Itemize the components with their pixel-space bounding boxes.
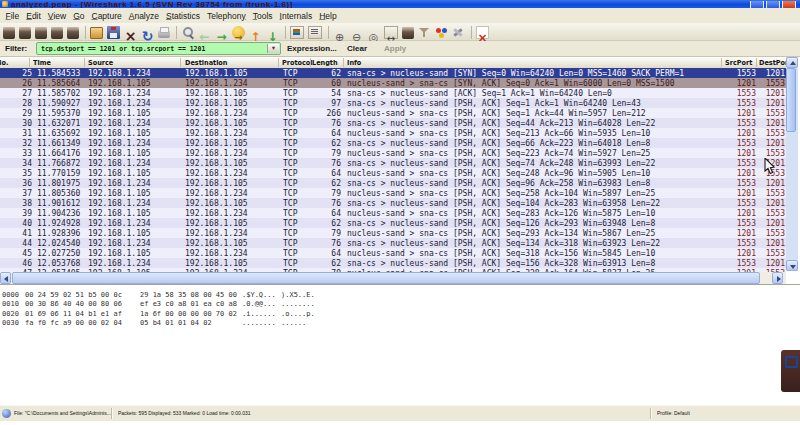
packet-row-38[interactable]: 3811.901612192.168.1.234192.168.1.105TCP…: [0, 198, 786, 208]
resize-columns-icon[interactable]: [384, 26, 398, 39]
expression-button[interactable]: Expression...: [287, 44, 337, 53]
go-top-icon[interactable]: [249, 26, 262, 39]
menu-go[interactable]: Go: [70, 11, 88, 20]
interfaces-icon[interactable]: [3, 27, 15, 39]
autoscroll-icon[interactable]: [308, 26, 322, 39]
zoom-100-icon[interactable]: [367, 26, 380, 39]
capture-start-icon[interactable]: [35, 27, 47, 39]
goto-icon[interactable]: [232, 26, 245, 39]
horizontal-scrollbar-thumb[interactable]: [12, 272, 760, 284]
vertical-scrollbar[interactable]: [786, 57, 798, 271]
filter-dropdown-arrow-icon[interactable]: [267, 44, 279, 53]
hex-line[interactable]: 000000 24 59 02 51 b5 00 0c29 1a 58 35 0…: [0, 290, 800, 299]
packet-row-25[interactable]: 2511.584533192.168.1.234192.168.1.105TCP…: [0, 68, 786, 78]
column-separator[interactable]: [756, 58, 757, 67]
apply-button[interactable]: Apply: [384, 44, 406, 53]
column-header-time[interactable]: Time: [33, 59, 51, 67]
packet-row-33[interactable]: 3311.664176192.168.1.105192.168.1.234TCP…: [0, 148, 786, 158]
colorize-icon[interactable]: [290, 26, 304, 39]
reload-icon[interactable]: [141, 26, 154, 39]
packet-row-45[interactable]: 4512.027250192.168.1.105192.168.1.234TCP…: [0, 248, 786, 258]
packet-row-39[interactable]: 3911.904236192.168.1.105192.168.1.234TCP…: [0, 208, 786, 218]
packet-row-30[interactable]: 3011.632071192.168.1.234192.168.1.105TCP…: [0, 118, 786, 128]
packet-row-44[interactable]: 4412.024540192.168.1.234192.168.1.105TCP…: [0, 238, 786, 248]
open-icon[interactable]: [90, 27, 103, 39]
scroll-left-arrow-icon[interactable]: [0, 272, 11, 284]
close-icon[interactable]: [124, 26, 137, 39]
capture-filters-icon[interactable]: [402, 27, 414, 39]
menu-help[interactable]: Help: [316, 11, 340, 20]
cell-proto: TCP: [283, 198, 297, 208]
column-header-destport[interactable]: DestPor: [759, 59, 786, 67]
packet-row-29[interactable]: 2911.595370192.168.1.105192.168.1.234TCP…: [0, 108, 786, 118]
menu-internals[interactable]: Internals: [276, 11, 316, 20]
column-separator[interactable]: [278, 58, 279, 67]
packet-row-41[interactable]: 4111.928396192.168.1.105192.168.1.234TCP…: [0, 228, 786, 238]
hex-line[interactable]: 002001 69 06 11 04 b1 e1 af1a 6f 00 00 0…: [0, 309, 800, 318]
filter-input[interactable]: tcp.dstport == 1201 or tcp.srcport == 12…: [36, 42, 281, 55]
forward-icon[interactable]: [215, 26, 228, 39]
minimize-button[interactable]: [750, 1, 764, 8]
packet-row-36[interactable]: 3611.801975192.168.1.234192.168.1.105TCP…: [0, 178, 786, 188]
back-icon[interactable]: [198, 26, 211, 39]
column-header-info[interactable]: Info: [347, 59, 361, 67]
vertical-scrollbar-thumb[interactable]: [786, 68, 796, 132]
packet-row-46[interactable]: 4612.053768192.168.1.234192.168.1.105TCP…: [0, 258, 786, 268]
clear-button[interactable]: Clear: [347, 44, 367, 53]
column-header-no[interactable]: No.: [0, 59, 8, 67]
close-button[interactable]: [782, 1, 796, 8]
column-separator[interactable]: [180, 58, 181, 67]
column-separator[interactable]: [29, 58, 30, 67]
hex-line[interactable]: 0030fa f0 fc a9 00 00 02 0405 b4 01 01 0…: [0, 318, 800, 327]
hex-dump-pane[interactable]: 000000 24 59 02 51 b5 00 0c29 1a 58 35 0…: [0, 284, 800, 411]
maximize-button[interactable]: [766, 1, 780, 8]
horizontal-scrollbar[interactable]: [0, 272, 786, 284]
hex-line[interactable]: 001000 30 86 40 40 00 80 06ef e3 c0 a8 0…: [0, 299, 800, 308]
menu-analyze[interactable]: Analyze: [125, 11, 162, 20]
zoom-out-icon[interactable]: [350, 26, 363, 39]
scroll-up-arrow-icon[interactable]: [786, 57, 798, 68]
cell-src: 192.168.1.234: [88, 178, 151, 188]
preferences-icon[interactable]: [452, 26, 465, 39]
coloring-rules-icon[interactable]: [435, 26, 448, 39]
packet-row-40[interactable]: 4011.924928192.168.1.234192.168.1.105TCP…: [0, 218, 786, 228]
print-icon[interactable]: [158, 30, 170, 38]
capture-restart-icon[interactable]: [67, 27, 79, 39]
display-filters-icon[interactable]: [418, 26, 431, 39]
column-separator[interactable]: [721, 58, 722, 67]
scroll-right-arrow-icon[interactable]: [772, 272, 783, 284]
column-header-protocol[interactable]: Protocol: [282, 59, 313, 67]
packet-row-34[interactable]: 3411.766872192.168.1.234192.168.1.105TCP…: [0, 158, 786, 168]
menu-capture[interactable]: Capture: [88, 11, 125, 20]
menu-telephony[interactable]: Telephony: [203, 11, 249, 20]
packet-row-31[interactable]: 3111.635692192.168.1.105192.168.1.234TCP…: [0, 128, 786, 138]
packet-row-27[interactable]: 2711.585702192.168.1.234192.168.1.105TCP…: [0, 88, 786, 98]
packet-row-28[interactable]: 2811.590927192.168.1.234192.168.1.105TCP…: [0, 98, 786, 108]
go-bottom-icon[interactable]: [266, 26, 279, 39]
packet-row-32[interactable]: 3211.661349192.168.1.234192.168.1.105TCP…: [0, 138, 786, 148]
packet-row-35[interactable]: 3511.770159192.168.1.105192.168.1.234TCP…: [0, 168, 786, 178]
zoom-in-icon[interactable]: [333, 26, 346, 39]
column-header-length[interactable]: Length: [312, 59, 338, 67]
column-header-source[interactable]: Source: [88, 59, 113, 67]
capture-options-icon[interactable]: [19, 27, 31, 39]
menu-edit[interactable]: Edit: [23, 11, 45, 20]
menu-statistics[interactable]: Statistics: [162, 11, 203, 20]
capture-stop-icon[interactable]: [51, 27, 63, 39]
column-separator[interactable]: [84, 58, 85, 67]
find-icon[interactable]: [181, 26, 194, 39]
column-separator[interactable]: [343, 58, 344, 67]
help-icon[interactable]: [476, 26, 489, 39]
scroll-down-arrow-icon[interactable]: [786, 260, 798, 271]
column-separator[interactable]: [310, 58, 311, 67]
packet-row-26[interactable]: 2611.585664192.168.1.105192.168.1.234TCP…: [0, 78, 786, 88]
menu-view[interactable]: View: [44, 11, 69, 20]
packet-row-37[interactable]: 3711.805360192.168.1.105192.168.1.234TCP…: [0, 188, 786, 198]
status-profile[interactable]: Profile: Default: [657, 406, 690, 421]
column-header-destination[interactable]: Destination: [185, 59, 227, 67]
column-header-srcport[interactable]: SrcPort: [725, 59, 752, 67]
expert-info-icon[interactable]: [2, 409, 11, 418]
menu-tools[interactable]: Tools: [249, 11, 276, 20]
menu-file[interactable]: File: [2, 11, 23, 20]
save-icon[interactable]: [107, 26, 120, 39]
